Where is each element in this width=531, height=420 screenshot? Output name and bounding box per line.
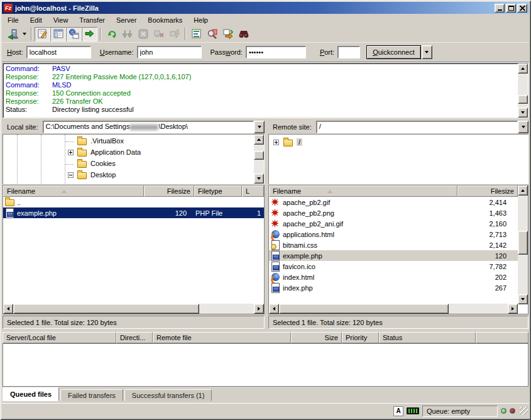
- column-direction[interactable]: Directi...: [116, 332, 153, 343]
- synchronized-browsing-button[interactable]: [220, 27, 236, 41]
- collapse-icon[interactable]: [68, 172, 74, 178]
- process-queue-button[interactable]: [119, 27, 135, 41]
- menu-edit[interactable]: Edit: [25, 15, 48, 25]
- local-site-path[interactable]: C:\Documents and Settings\Desktop\: [43, 121, 254, 133]
- tree-item-desktop[interactable]: Desktop: [3, 170, 254, 181]
- tab-failed-transfers[interactable]: Failed transfers: [60, 389, 123, 401]
- menu-view[interactable]: View: [48, 15, 74, 25]
- toolbar-separator: [185, 28, 186, 40]
- menu-bookmarks[interactable]: Bookmarks: [142, 15, 188, 25]
- cancel-operation-button[interactable]: [135, 27, 151, 41]
- image-file-icon: [271, 197, 280, 207]
- toggle-remote-tree-button[interactable]: [66, 27, 82, 41]
- minimize-button[interactable]: [495, 4, 505, 13]
- column-remote-file[interactable]: Remote file: [153, 332, 291, 343]
- quickconnect-dropdown-button[interactable]: [422, 45, 432, 59]
- scroll-up-button[interactable]: [254, 135, 264, 145]
- column-filename[interactable]: Filename: [269, 185, 457, 197]
- column-spacer: [476, 332, 528, 343]
- resize-grip[interactable]: [520, 407, 528, 415]
- toggle-local-tree-button[interactable]: [50, 27, 66, 41]
- column-filesize[interactable]: Filesize: [457, 185, 518, 197]
- scrollbar-thumb[interactable]: [254, 151, 264, 160]
- remote-site-dropdown-button[interactable]: [518, 121, 528, 133]
- column-filetype[interactable]: Filetype: [194, 185, 242, 197]
- tree-item-cookies[interactable]: Cookies: [3, 158, 254, 170]
- column-last-modified[interactable]: L: [242, 185, 264, 197]
- scrollbar-thumb[interactable]: [13, 304, 199, 314]
- filter-button[interactable]: [189, 27, 204, 41]
- remote-file-row-selected[interactable]: example.php 120: [269, 250, 518, 261]
- refresh-button[interactable]: [104, 27, 119, 41]
- scrollbar-thumb[interactable]: [279, 304, 449, 314]
- site-manager-dropdown-button[interactable]: [20, 27, 28, 41]
- remote-file-row[interactable]: index.php 267: [269, 282, 518, 293]
- toggle-message-log-button[interactable]: [35, 27, 50, 41]
- local-site-combo[interactable]: C:\Documents and Settings\Desktop\: [43, 121, 265, 133]
- maximize-button[interactable]: [506, 4, 516, 13]
- menu-help[interactable]: Help: [188, 15, 214, 25]
- scroll-down-button[interactable]: [518, 294, 528, 304]
- tree-item-root[interactable]: /: [269, 137, 518, 148]
- scrollbar-thumb[interactable]: [518, 95, 528, 104]
- username-input[interactable]: [137, 46, 202, 58]
- column-server-local-file[interactable]: Server/Local file: [3, 332, 116, 343]
- scroll-down-button[interactable]: [254, 174, 264, 184]
- scroll-down-button[interactable]: [518, 108, 528, 118]
- scroll-left-button[interactable]: [269, 304, 279, 314]
- local-list-hscrollbar[interactable]: [3, 304, 264, 314]
- remote-file-row[interactable]: applications.html 2,713: [269, 229, 518, 240]
- menu-file[interactable]: File: [2, 15, 25, 25]
- scroll-right-button[interactable]: [254, 304, 264, 314]
- tab-queued-files[interactable]: Queued files: [3, 387, 59, 401]
- expand-icon[interactable]: [273, 140, 279, 145]
- port-input[interactable]: [337, 46, 360, 58]
- find-files-button[interactable]: [236, 27, 251, 41]
- column-filesize[interactable]: Filesize: [144, 185, 194, 197]
- reconnect-button[interactable]: [167, 27, 182, 41]
- remote-file-row[interactable]: apache_pb2.gif 2,414: [269, 197, 518, 207]
- scroll-left-button[interactable]: [3, 304, 13, 314]
- site-manager-button[interactable]: [4, 27, 20, 41]
- remote-file-row[interactable]: apache_pb2_ani.gif 2,160: [269, 218, 518, 229]
- local-file-row[interactable]: ..: [3, 197, 264, 207]
- host-input[interactable]: [26, 46, 91, 58]
- disconnect-button[interactable]: [151, 27, 167, 41]
- column-status[interactable]: Status: [379, 332, 476, 343]
- password-input[interactable]: [246, 46, 306, 58]
- column-size[interactable]: Size: [291, 332, 342, 343]
- local-file-row-selected[interactable]: example.php 120 PHP File 1: [3, 207, 264, 218]
- queue-body[interactable]: [3, 343, 528, 387]
- remote-list-vscrollbar[interactable]: [518, 185, 528, 304]
- titlebar[interactable]: Fz john@localhost - FileZilla: [2, 2, 529, 14]
- local-site-dropdown-button[interactable]: [254, 121, 265, 133]
- tree-item-application-data[interactable]: Application Data: [3, 147, 254, 158]
- remote-list-hscrollbar[interactable]: [269, 304, 518, 314]
- remote-file-row[interactable]: index.html 202: [269, 272, 518, 282]
- tree-item-virtualbox[interactable]: .VirtualBox: [3, 136, 254, 147]
- quickconnect-button[interactable]: Quickconnect: [366, 45, 421, 59]
- status-bar: A Queue: empty: [2, 403, 529, 418]
- remote-file-row[interactable]: favicon.ico 7,782: [269, 261, 518, 272]
- site-manager-icon: [7, 28, 18, 40]
- local-tree-scrollbar[interactable]: [254, 135, 264, 184]
- log-scrollbar[interactable]: [518, 64, 528, 118]
- scrollbar-thumb[interactable]: [518, 231, 528, 255]
- scroll-up-button[interactable]: [518, 185, 528, 196]
- toggle-transfer-queue-button[interactable]: [82, 27, 97, 41]
- scroll-up-button[interactable]: [518, 64, 528, 74]
- column-filename[interactable]: Filename: [3, 185, 144, 197]
- column-priority[interactable]: Priority: [342, 332, 379, 343]
- close-button[interactable]: [517, 4, 527, 13]
- tab-successful-transfers[interactable]: Successful transfers (1): [124, 389, 212, 401]
- remote-site-path[interactable]: /: [316, 121, 518, 133]
- scroll-right-button[interactable]: [508, 304, 518, 314]
- remote-file-row[interactable]: bitnami.css 2,142: [269, 240, 518, 250]
- menu-server[interactable]: Server: [111, 15, 142, 25]
- activity-led-green: [501, 408, 506, 414]
- remote-file-row[interactable]: apache_pb2.png 1,463: [269, 207, 518, 218]
- remote-site-combo[interactable]: /: [316, 121, 528, 133]
- menu-transfer[interactable]: Transfer: [74, 15, 111, 25]
- expand-icon[interactable]: [68, 150, 74, 155]
- directory-comparison-button[interactable]: [204, 27, 220, 41]
